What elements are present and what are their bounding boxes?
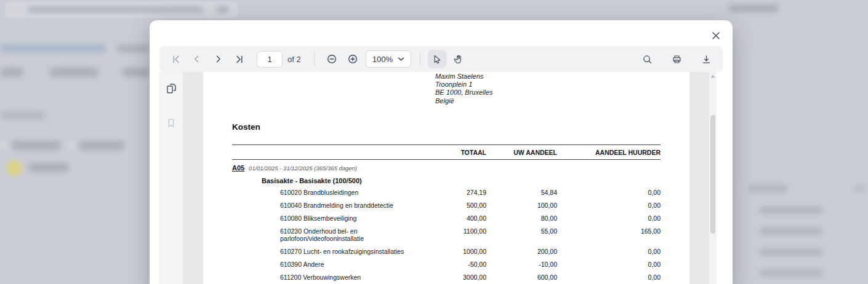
subgroup-title: Basisakte - Basisakte (100/500) — [262, 177, 661, 184]
zoom-in-icon — [347, 53, 358, 65]
cost-label: 610230 Onderhoud bel- en parlofoon/video… — [232, 227, 435, 242]
toolbar-divider — [315, 52, 315, 66]
previous-page-icon — [192, 54, 202, 64]
viewer-sidebar — [159, 72, 183, 284]
zoom-level-select[interactable]: 100% — [366, 50, 411, 68]
toolbar-divider — [420, 52, 420, 66]
pdf-toolbar: of 2 100% — [159, 46, 723, 72]
cost-totaal: 1100,00 — [435, 227, 486, 242]
chevron-down-icon — [398, 57, 404, 61]
cost-totaal: 1000,00 — [435, 248, 486, 255]
table-rows: 610020 Brandblusleidingen 274,19 54,84 0… — [232, 186, 661, 284]
cost-aandeel-huurder: 0,00 — [557, 248, 661, 255]
select-tool-button[interactable] — [428, 50, 446, 68]
cost-table-row: 610230 Onderhoud bel- en parlofoon/video… — [232, 225, 661, 245]
scrollbar-thumb[interactable] — [710, 115, 715, 234]
cost-uw-aandeel: 80,00 — [486, 215, 557, 222]
hand-tool-icon — [452, 54, 463, 65]
cost-totaal: 3000,00 — [435, 274, 486, 281]
cost-label: 611200 Verbouwingswerken — [232, 274, 435, 281]
header-empty — [232, 149, 435, 156]
cost-aandeel-huurder: 0,00 — [557, 274, 661, 281]
table-header-row: TOTAAL UW AANDEEL AANDEEL HUURDER — [232, 144, 661, 160]
group-code: A05 — [232, 164, 244, 172]
close-icon — [711, 31, 721, 41]
bookmarks-panel-button[interactable] — [163, 115, 179, 131]
cost-aandeel-huurder: 0,00 — [557, 189, 661, 196]
page-count-label: of 2 — [287, 55, 301, 64]
thumbnails-icon — [165, 82, 177, 95]
select-tool-icon — [432, 54, 442, 65]
address-line: BE 1000, Bruxelles — [435, 89, 493, 97]
zoom-in-button[interactable] — [344, 50, 362, 68]
scroll-up-arrow-icon[interactable] — [710, 74, 715, 78]
download-button[interactable] — [697, 50, 715, 68]
cost-aandeel-huurder: 0,00 — [557, 202, 661, 209]
recipient-address: Maxim Staelens Troonplein 1 BE 1000, Bru… — [435, 73, 493, 105]
cost-uw-aandeel: 54,84 — [486, 189, 557, 196]
next-page-icon — [213, 54, 223, 64]
group-period: 01/01/2025 - 31/12/2025 (365/365 dagen) — [249, 165, 357, 172]
cost-uw-aandeel: 100,00 — [486, 202, 557, 209]
cost-table-row: 611200 Verbouwingswerken 3000,00 600,00 … — [232, 271, 661, 284]
print-button[interactable] — [667, 50, 686, 68]
thumbnails-panel-button[interactable] — [163, 81, 179, 97]
vertical-scrollbar[interactable] — [709, 72, 717, 284]
page-number-input[interactable] — [257, 51, 283, 68]
cost-table-row: 610270 Lucht- en rookafzuigingsinstallat… — [232, 245, 661, 258]
cost-aandeel-huurder: 0,00 — [557, 261, 661, 268]
last-page-button[interactable] — [230, 50, 248, 68]
bookmark-icon — [166, 117, 177, 128]
zoom-level-value: 100% — [372, 55, 393, 64]
cost-table-row: 610020 Brandblusleidingen 274,19 54,84 0… — [232, 186, 661, 199]
cost-label: 610020 Brandblusleidingen — [232, 189, 435, 196]
cost-label: 610270 Lucht- en rookafzuigingsinstallat… — [232, 248, 435, 255]
close-button[interactable] — [707, 26, 725, 45]
section-title: Kosten — [232, 122, 260, 132]
previous-page-button[interactable] — [188, 50, 206, 68]
print-icon — [672, 54, 682, 65]
cost-label: 610390 Andere — [232, 261, 435, 268]
search-icon — [642, 54, 653, 65]
address-line: Maxim Staelens — [435, 73, 493, 81]
address-line: België — [435, 97, 493, 105]
header-uw-aandeel: UW AANDEEL — [486, 149, 557, 156]
pdf-viewer-body: Maxim Staelens Troonplein 1 BE 1000, Bru… — [159, 72, 717, 284]
first-page-icon — [171, 54, 182, 65]
header-aandeel-huurder: AANDEEL HUURDER — [557, 149, 661, 156]
cost-uw-aandeel: 200,00 — [486, 248, 557, 255]
costs-table: TOTAAL UW AANDEEL AANDEEL HUURDER A05 01… — [232, 144, 661, 284]
cost-totaal: 274,19 — [435, 189, 486, 196]
group-row: A05 01/01/2025 - 31/12/2025 (365/365 dag… — [232, 164, 661, 172]
cost-uw-aandeel: -10,00 — [486, 261, 557, 268]
cost-totaal: 400,00 — [435, 215, 486, 222]
cost-totaal: -50,00 — [435, 261, 486, 268]
cost-label: 610080 Bliksembeveiliging — [232, 215, 435, 222]
next-page-button[interactable] — [209, 50, 227, 68]
cost-label: 610040 Brandmelding en branddetectie — [232, 202, 435, 209]
cost-table-row: 610390 Andere -50,00 -10,00 0,00 — [232, 258, 661, 271]
header-totaal: TOTAAL — [435, 149, 486, 156]
zoom-out-button[interactable] — [323, 50, 341, 68]
zoom-out-icon — [326, 53, 337, 65]
cost-aandeel-huurder: 0,00 — [557, 215, 661, 222]
cost-aandeel-huurder: 165,00 — [557, 227, 661, 242]
last-page-icon — [234, 54, 244, 65]
pdf-canvas: Maxim Staelens Troonplein 1 BE 1000, Bru… — [183, 72, 709, 284]
first-page-button[interactable] — [167, 50, 185, 68]
address-line: Troonplein 1 — [435, 81, 493, 89]
download-icon — [701, 54, 712, 65]
search-button[interactable] — [638, 50, 656, 68]
hand-tool-button[interactable] — [449, 50, 467, 68]
cost-table-row: 610080 Bliksembeveiliging 400,00 80,00 0… — [232, 212, 661, 225]
cost-table-row: 610040 Brandmelding en branddetectie 500… — [232, 199, 661, 212]
cost-totaal: 500,00 — [435, 202, 486, 209]
pdf-page: Maxim Staelens Troonplein 1 BE 1000, Bru… — [203, 72, 689, 284]
pdf-viewer-modal: of 2 100% — [150, 20, 733, 284]
cost-uw-aandeel: 600,00 — [486, 274, 557, 281]
cost-uw-aandeel: 55,00 — [486, 227, 557, 242]
